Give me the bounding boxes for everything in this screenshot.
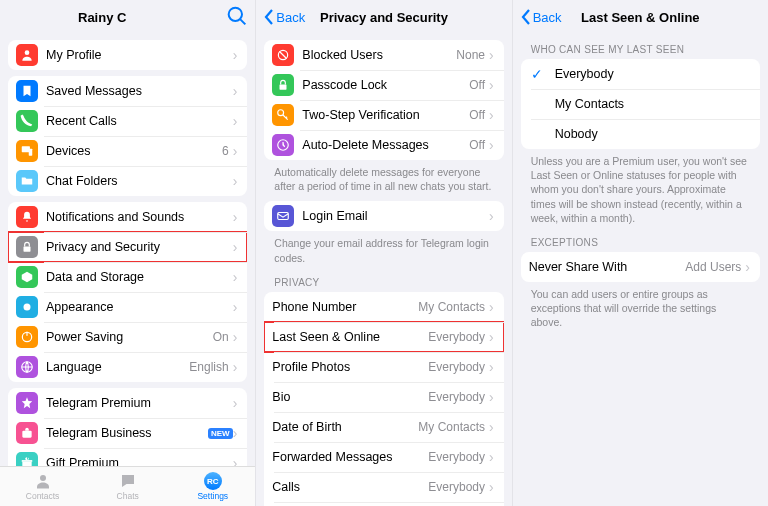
row-label: Last Seen & Online xyxy=(272,330,428,344)
chevron-right-icon: › xyxy=(489,450,494,464)
row-value: Everybody xyxy=(428,480,485,494)
row-power-saving[interactable]: Power SavingOn› xyxy=(8,322,247,352)
avatar: RC xyxy=(204,472,222,490)
row-passcode-lock[interactable]: Passcode LockOff› xyxy=(264,70,503,100)
chevron-right-icon: › xyxy=(233,300,238,314)
row-login-email[interactable]: Login Email› xyxy=(264,201,503,231)
row-last-seen-online[interactable]: Last Seen & OnlineEverybody› xyxy=(264,322,503,352)
row-never-share-with[interactable]: Never Share WithAdd Users› xyxy=(521,252,760,282)
bell-icon xyxy=(16,206,38,228)
row-label: Gift Premium xyxy=(46,456,233,466)
row-date-of-birth[interactable]: Date of BirthMy Contacts› xyxy=(264,412,503,442)
globe-icon xyxy=(16,356,38,378)
row-notifications-and-sounds[interactable]: Notifications and Sounds› xyxy=(8,202,247,232)
radio-everybody[interactable]: ✓Everybody xyxy=(521,59,760,89)
lock-icon xyxy=(16,236,38,258)
data-icon xyxy=(16,266,38,288)
who-footer: Unless you are a Premium user, you won't… xyxy=(521,149,760,227)
radio-my-contacts[interactable]: My Contacts xyxy=(521,89,760,119)
row-value: Everybody xyxy=(428,450,485,464)
row-privacy-and-security[interactable]: Privacy and Security› xyxy=(8,232,247,262)
settings-list: My Profile›Saved Messages›Recent Calls›D… xyxy=(0,34,255,466)
chevron-right-icon: › xyxy=(233,330,238,344)
row-label: Phone Number xyxy=(272,300,418,314)
privacy-body: Blocked UsersNone›Passcode LockOff›Two-S… xyxy=(256,34,511,506)
row-calls[interactable]: CallsEverybody› xyxy=(264,472,503,502)
row-telegram-business[interactable]: Telegram BusinessNEW› xyxy=(8,418,247,448)
row-my-profile[interactable]: My Profile› xyxy=(8,40,247,70)
row-label: Telegram Business xyxy=(46,426,204,440)
tab-contacts[interactable]: Contacts xyxy=(0,467,85,506)
row-label: Telegram Premium xyxy=(46,396,233,410)
auto-delete-footer: Automatically delete messages for everyo… xyxy=(264,160,503,195)
row-two-step-verification[interactable]: Two-Step VerificationOff› xyxy=(264,100,503,130)
row-label: My Contacts xyxy=(555,97,750,111)
back-button[interactable]: Back xyxy=(264,9,305,25)
row-bio[interactable]: BioEverybody› xyxy=(264,382,503,412)
row-label: Never Share With xyxy=(529,260,686,274)
row-appearance[interactable]: Appearance› xyxy=(8,292,247,322)
login-group: Login Email› xyxy=(264,201,503,231)
svg-rect-8 xyxy=(22,431,31,438)
row-value: My Contacts xyxy=(418,300,485,314)
privacy-group: Phone NumberMy Contacts›Last Seen & Onli… xyxy=(264,292,503,506)
appear-icon xyxy=(16,296,38,318)
row-label: Language xyxy=(46,360,189,374)
row-blocked-users[interactable]: Blocked UsersNone› xyxy=(264,40,503,70)
device-icon xyxy=(16,140,38,162)
row-label: Bio xyxy=(272,390,428,404)
chevron-right-icon: › xyxy=(489,108,494,122)
row-voice-messages[interactable]: Voice MessagesEverybody› xyxy=(264,502,503,506)
chevron-right-icon: › xyxy=(233,456,238,466)
row-phone-number[interactable]: Phone NumberMy Contacts› xyxy=(264,292,503,322)
row-label: Appearance xyxy=(46,300,233,314)
svg-rect-3 xyxy=(24,246,31,251)
chevron-right-icon: › xyxy=(233,240,238,254)
chevron-right-icon: › xyxy=(489,390,494,404)
tab-settings[interactable]: RC Settings xyxy=(170,467,255,506)
tab-chats[interactable]: Chats xyxy=(85,467,170,506)
row-label: Login Email xyxy=(302,209,489,223)
phone-icon xyxy=(16,110,38,132)
row-data-and-storage[interactable]: Data and Storage› xyxy=(8,262,247,292)
chevron-right-icon: › xyxy=(489,360,494,374)
biz-icon xyxy=(16,422,38,444)
back-button[interactable]: Back xyxy=(521,9,562,25)
svg-rect-16 xyxy=(278,213,289,220)
search-icon[interactable] xyxy=(227,6,247,29)
chevron-right-icon: › xyxy=(233,210,238,224)
svg-point-11 xyxy=(40,475,46,481)
radio-nobody[interactable]: Nobody xyxy=(521,119,760,149)
chevron-right-icon: › xyxy=(233,396,238,410)
row-forwarded-messages[interactable]: Forwarded MessagesEverybody› xyxy=(264,442,503,472)
header: Back Privacy and Security xyxy=(256,0,511,34)
block-icon xyxy=(272,44,294,66)
row-saved-messages[interactable]: Saved Messages› xyxy=(8,76,247,106)
row-value: English xyxy=(189,360,228,374)
folder-icon xyxy=(16,170,38,192)
star-icon xyxy=(16,392,38,414)
chevron-right-icon: › xyxy=(489,48,494,62)
row-gift-premium[interactable]: Gift Premium› xyxy=(8,448,247,466)
svg-rect-13 xyxy=(280,84,287,89)
row-label: Recent Calls xyxy=(46,114,233,128)
header-title: Rainy C xyxy=(8,10,227,25)
row-language[interactable]: LanguageEnglish› xyxy=(8,352,247,382)
exceptions-group: Never Share WithAdd Users› xyxy=(521,252,760,282)
row-devices[interactable]: Devices6› xyxy=(8,136,247,166)
row-label: Power Saving xyxy=(46,330,213,344)
chevron-right-icon: › xyxy=(233,48,238,62)
user-icon xyxy=(16,44,38,66)
tabbar: Contacts Chats RC Settings xyxy=(0,466,255,506)
lock-icon xyxy=(272,74,294,96)
row-profile-photos[interactable]: Profile PhotosEverybody› xyxy=(264,352,503,382)
security-group: Blocked UsersNone›Passcode LockOff›Two-S… xyxy=(264,40,503,160)
chevron-right-icon: › xyxy=(233,144,238,158)
row-value: Everybody xyxy=(428,390,485,404)
row-recent-calls[interactable]: Recent Calls› xyxy=(8,106,247,136)
row-telegram-premium[interactable]: Telegram Premium› xyxy=(8,388,247,418)
row-auto-delete-messages[interactable]: Auto-Delete MessagesOff› xyxy=(264,130,503,160)
row-value: 6 xyxy=(222,144,229,158)
row-chat-folders[interactable]: Chat Folders› xyxy=(8,166,247,196)
row-label: Privacy and Security xyxy=(46,240,233,254)
